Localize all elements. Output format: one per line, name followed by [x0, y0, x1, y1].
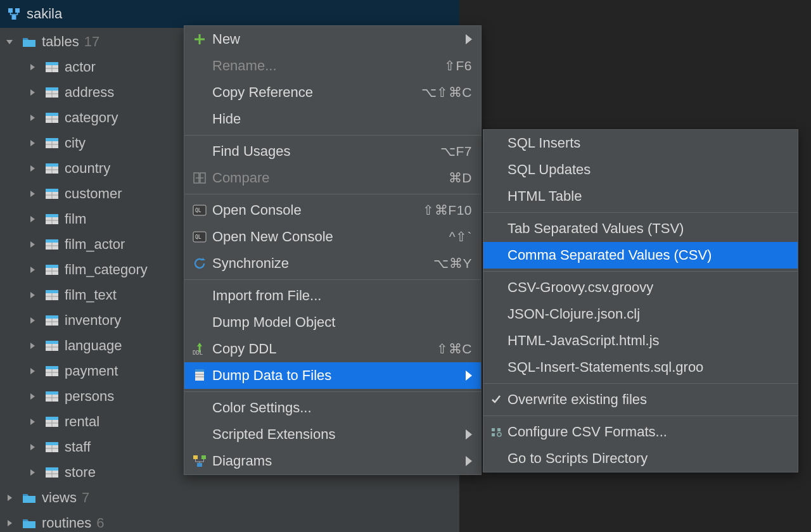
svg-rect-6 [46, 62, 58, 65]
tree-node-label: store [65, 466, 96, 479]
menu-label: Tab Separated Values (TSV) [508, 220, 789, 237]
dump-data-submenu: SQL Inserts SQL Updates HTML Table Tab S… [483, 129, 798, 472]
svg-marker-24 [30, 165, 35, 172]
expand-arrow-right-icon [28, 164, 44, 173]
table-icon [44, 416, 60, 428]
compare-icon [191, 170, 208, 186]
svg-rect-51 [46, 290, 58, 293]
expand-arrow-right-icon [28, 316, 44, 325]
svg-rect-46 [46, 265, 58, 268]
menu-item-copy-ddl[interactable]: DDL Copy DDL ⇧⌘C [184, 336, 481, 362]
context-menu: New Rename... ⇧F6 Copy Reference ⌥⇧⌘C Hi… [184, 25, 482, 475]
svg-rect-104 [193, 455, 198, 459]
svg-marker-19 [30, 140, 35, 146]
menu-shortcut: ^⇧` [449, 229, 472, 244]
menu-item-new[interactable]: New [184, 26, 481, 53]
table-icon [44, 391, 60, 402]
ddl-export-icon: DDL [191, 341, 208, 357]
menu-label: Find Usages [212, 143, 434, 160]
menu-item-open-console[interactable]: QL Open Console ⇧⌘F10 [184, 197, 481, 224]
menu-item-find-usages[interactable]: Find Usages ⌥F7 [184, 138, 481, 165]
submenu-item-overwrite-existing[interactable]: Overwrite existing files [483, 386, 798, 413]
menu-label: Dump Data to Files [212, 367, 461, 384]
menu-item-diagrams[interactable]: Diagrams [184, 448, 481, 474]
svg-rect-86 [46, 467, 58, 471]
table-icon [44, 112, 60, 124]
menu-item-import-from-file[interactable]: Import from File... [184, 282, 481, 309]
folder-icon [22, 517, 37, 529]
menu-label: JSON-Clojure.json.clj [508, 306, 789, 322]
svg-rect-108 [497, 428, 501, 431]
svg-rect-61 [46, 341, 58, 344]
expand-arrow-right-icon [5, 519, 22, 528]
svg-rect-41 [46, 239, 58, 243]
table-icon [44, 365, 60, 377]
submenu-item-configure-csv[interactable]: Configure CSV Formats... [483, 419, 798, 445]
tree-node-label: film_category [65, 263, 148, 277]
menu-label: Copy Reference [212, 84, 415, 101]
svg-rect-101 [195, 369, 204, 372]
menu-label: Comma Separated Values (CSV) [508, 247, 789, 263]
menu-item-dump-data-to-files[interactable]: Dump Data to Files [184, 362, 481, 389]
database-header[interactable]: sakila [0, 0, 459, 28]
table-icon [44, 467, 60, 478]
menu-item-synchronize[interactable]: Synchronize ⌥⌘Y [184, 250, 481, 277]
table-icon [44, 315, 60, 326]
submenu-item-csv-groovy[interactable]: CSV-Groovy.csv.groovy [483, 274, 798, 301]
tree-node-routines[interactable]: routines 6 [0, 510, 459, 532]
menu-item-scripted-extensions[interactable]: Scripted Extensions [184, 421, 481, 448]
submenu-item-goto-scripts-directory[interactable]: Go to Scripts Directory [483, 445, 798, 472]
menu-item-copy-reference[interactable]: Copy Reference ⌥⇧⌘C [184, 79, 481, 106]
submenu-item-html-table[interactable]: HTML Table [483, 183, 798, 210]
table-icon [44, 61, 60, 73]
svg-text:QL: QL [195, 208, 201, 213]
table-icon [44, 289, 60, 301]
expand-arrow-right-icon [28, 139, 44, 148]
submenu-item-sql-insert-groovy[interactable]: SQL-Insert-Statements.sql.groo [483, 354, 798, 381]
submenu-item-html-javascript[interactable]: HTML-JavaScript.html.js [483, 327, 798, 354]
tree-node-label: language [65, 339, 122, 353]
submenu-item-tsv[interactable]: Tab Separated Values (TSV) [483, 215, 798, 242]
menu-item-hide[interactable]: Hide [184, 106, 481, 132]
expand-arrow-right-icon [28, 189, 44, 198]
submenu-item-sql-inserts[interactable]: SQL Inserts [483, 130, 798, 156]
menu-label: CSV-Groovy.csv.groovy [508, 279, 789, 296]
tree-node-views[interactable]: views 7 [0, 485, 459, 510]
submenu-item-sql-updates[interactable]: SQL Updates [483, 156, 798, 183]
expand-arrow-right-icon [28, 417, 44, 426]
menu-item-dump-model-object[interactable]: Dump Model Object [184, 309, 481, 336]
svg-marker-14 [30, 115, 35, 121]
svg-marker-79 [30, 444, 35, 450]
folder-icon [22, 492, 37, 504]
menu-shortcut: ⌥⇧⌘C [421, 85, 472, 100]
tree-node-label: film_text [65, 288, 117, 302]
expand-arrow-right-icon [28, 291, 44, 300]
tree-node-label: routines [42, 516, 91, 530]
svg-marker-90 [8, 520, 12, 526]
tree-node-label: inventory [65, 314, 121, 327]
submenu-item-csv[interactable]: Comma Separated Values (CSV) [483, 242, 798, 269]
svg-rect-66 [46, 366, 58, 369]
tree-node-label: rental [65, 415, 99, 429]
menu-label: Open Console [212, 202, 416, 218]
menu-separator [483, 271, 798, 272]
svg-rect-107 [492, 428, 495, 431]
table-icon [44, 213, 60, 225]
svg-rect-26 [46, 163, 58, 167]
svg-rect-105 [201, 455, 206, 459]
svg-marker-34 [30, 216, 35, 222]
menu-item-color-settings[interactable]: Color Settings... [184, 395, 481, 421]
menu-label: Dump Model Object [212, 314, 472, 331]
svg-marker-69 [30, 393, 35, 400]
database-icon [8, 8, 20, 20]
table-icon [44, 87, 60, 98]
submenu-item-json-clojure[interactable]: JSON-Clojure.json.clj [483, 301, 798, 327]
svg-marker-3 [6, 40, 13, 44]
menu-label: Configure CSV Formats... [508, 424, 789, 440]
tree-node-count: 7 [82, 491, 89, 505]
menu-shortcut: ⇧⌘F10 [423, 203, 472, 218]
menu-item-open-new-console[interactable]: QL Open New Console ^⇧` [184, 224, 481, 250]
svg-text:DDL: DDL [193, 350, 203, 355]
menu-separator [483, 383, 798, 384]
menu-label: Import from File... [212, 288, 472, 304]
